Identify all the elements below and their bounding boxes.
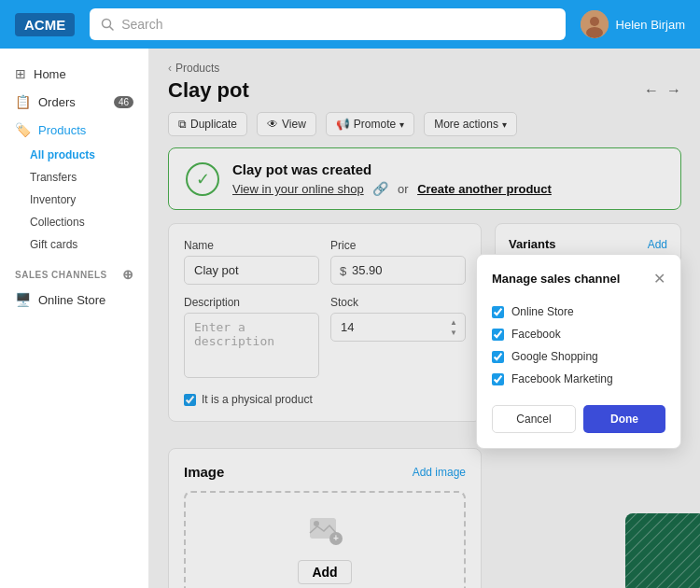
sidebar-item-label-products: Products bbox=[38, 123, 86, 137]
sales-section-label: SALES CHANNELS ⊕ bbox=[0, 256, 148, 286]
sidebar: ⊞ Home 📋 Orders 46 🏷️ Products All produ… bbox=[0, 49, 149, 588]
user-name: Helen Birjam bbox=[616, 18, 685, 32]
svg-line-1 bbox=[110, 27, 114, 31]
channel-checkbox-online-store[interactable] bbox=[492, 306, 504, 318]
manage-sales-channel-modal: Manage sales channel ✕ Online Store Face… bbox=[476, 254, 681, 449]
sidebar-item-home[interactable]: ⊞ Home bbox=[0, 60, 148, 88]
user-menu[interactable]: Helen Birjam bbox=[581, 10, 685, 38]
channel-checkbox-facebook-marketing[interactable] bbox=[492, 373, 504, 385]
sidebar-item-products[interactable]: 🏷️ Products bbox=[0, 116, 148, 144]
modal-done-button[interactable]: Done bbox=[583, 405, 665, 433]
channel-label-online-store: Online Store bbox=[511, 305, 574, 318]
top-navigation: ACME Search Helen Birjam bbox=[0, 0, 700, 49]
channel-label-google-shopping: Google Shopping bbox=[511, 350, 598, 363]
search-bar[interactable]: Search bbox=[90, 8, 565, 40]
add-sales-channel-icon[interactable]: ⊕ bbox=[122, 267, 134, 282]
modal-footer: Cancel Done bbox=[492, 405, 665, 433]
channel-label-facebook: Facebook bbox=[511, 328, 561, 341]
orders-icon: 📋 bbox=[15, 94, 31, 109]
logo: ACME bbox=[15, 13, 75, 36]
sidebar-item-label-online-store: Online Store bbox=[38, 293, 105, 307]
sidebar-item-label-home: Home bbox=[34, 67, 66, 81]
sidebar-sub-all-products[interactable]: All products bbox=[0, 144, 148, 166]
channel-label-facebook-marketing: Facebook Marketing bbox=[511, 372, 613, 385]
modal-close-button[interactable]: ✕ bbox=[653, 270, 665, 287]
channel-item-online-store: Online Store bbox=[492, 301, 665, 323]
home-icon: ⊞ bbox=[15, 66, 26, 81]
avatar bbox=[581, 10, 609, 38]
avatar-image bbox=[581, 10, 609, 38]
app-layout: ⊞ Home 📋 Orders 46 🏷️ Products All produ… bbox=[0, 49, 700, 588]
channel-item-facebook: Facebook bbox=[492, 323, 665, 345]
channel-checkbox-google-shopping[interactable] bbox=[492, 351, 504, 363]
sidebar-sub-transfers[interactable]: Transfers bbox=[0, 166, 148, 189]
search-placeholder: Search bbox=[121, 17, 162, 32]
sidebar-sub-collections[interactable]: Collections bbox=[0, 211, 148, 233]
modal-cancel-button[interactable]: Cancel bbox=[492, 405, 576, 433]
sidebar-item-online-store[interactable]: 🖥️ Online Store bbox=[0, 286, 148, 314]
search-icon bbox=[101, 18, 114, 31]
sidebar-item-orders[interactable]: 📋 Orders 46 bbox=[0, 88, 148, 116]
modal-header: Manage sales channel ✕ bbox=[492, 270, 665, 287]
channel-checkbox-facebook[interactable] bbox=[492, 329, 504, 341]
main-content: ‹ Products Clay pot ← → ⧉ Duplicate 👁 Vi… bbox=[149, 49, 700, 588]
sidebar-item-label-orders: Orders bbox=[38, 95, 76, 109]
sidebar-sub-inventory[interactable]: Inventory bbox=[0, 189, 148, 211]
online-store-icon: 🖥️ bbox=[15, 292, 31, 307]
products-icon: 🏷️ bbox=[15, 122, 31, 137]
svg-point-3 bbox=[590, 17, 599, 26]
modal-overlay: Manage sales channel ✕ Online Store Face… bbox=[149, 49, 700, 588]
svg-point-4 bbox=[586, 27, 603, 38]
channel-item-google-shopping: Google Shopping bbox=[492, 345, 665, 368]
modal-title: Manage sales channel bbox=[492, 272, 620, 286]
orders-badge: 46 bbox=[114, 96, 133, 108]
channel-item-facebook-marketing: Facebook Marketing bbox=[492, 368, 665, 390]
sidebar-sub-gift-cards[interactable]: Gift cards bbox=[0, 233, 148, 256]
